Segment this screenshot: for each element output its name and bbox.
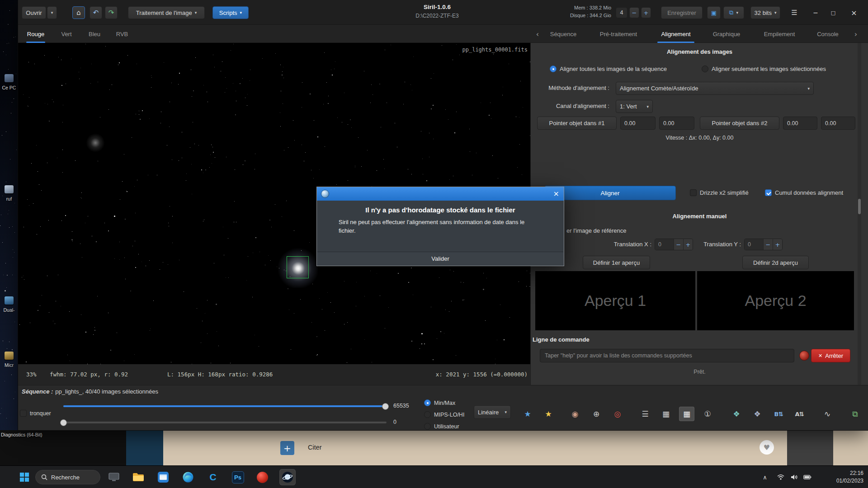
- close-button[interactable]: ×: [843, 5, 865, 20]
- start-button[interactable]: [16, 469, 33, 485]
- bit-depth-select[interactable]: 32 bits▾: [750, 6, 780, 19]
- truncate-checkbox[interactable]: tronquer: [20, 410, 51, 417]
- layers-gray-icon[interactable]: ❖: [750, 407, 765, 421]
- object1-y-field[interactable]: 0.00: [659, 117, 694, 130]
- minimize-button[interactable]: −: [807, 5, 824, 20]
- b-channel-shift-icon[interactable]: B⇅: [771, 407, 786, 421]
- image-processing-menu-button[interactable]: Traitement de l'image▾: [128, 6, 205, 19]
- radio-mips[interactable]: MIPS-LO/HI: [424, 411, 464, 418]
- tab-alignement[interactable]: Alignement: [656, 25, 695, 43]
- scale-mode-select[interactable]: Linéaire ▾: [474, 405, 511, 419]
- high-slider-handle[interactable]: [382, 403, 389, 410]
- save-button[interactable]: Enregistrer: [661, 6, 703, 19]
- snapshot-button[interactable]: ⧉▾: [723, 6, 744, 19]
- taskbar-app-c[interactable]: C: [205, 469, 221, 485]
- taskbar-app-store[interactable]: [155, 469, 171, 485]
- comet-selection-box[interactable]: [287, 256, 309, 278]
- wifi-icon[interactable]: [775, 466, 787, 488]
- tab-graphique[interactable]: Graphique: [710, 25, 743, 43]
- redo-button[interactable]: ↷: [105, 6, 118, 19]
- object1-x-field[interactable]: 0.00: [620, 117, 656, 130]
- tabs-scroll-right-icon[interactable]: ›: [852, 25, 860, 43]
- a-channel-shift-icon[interactable]: A⇅: [792, 407, 807, 421]
- desktop-icon-dual[interactable]: [5, 296, 14, 305]
- stop-button[interactable]: ✕ Arrêter: [811, 349, 850, 362]
- desktop-icon-ce-pc[interactable]: [5, 74, 14, 82]
- preview-1[interactable]: Aperçu 1: [535, 271, 695, 330]
- command-input[interactable]: [540, 349, 794, 362]
- desktop-icon-micr[interactable]: [5, 352, 14, 360]
- star-fwhm-icon[interactable]: ★: [541, 407, 556, 421]
- tab-sequence[interactable]: Séquence: [547, 25, 580, 43]
- radio-align-all[interactable]: Aligner toutes les images de la séquence: [550, 66, 667, 72]
- radio-minmax[interactable]: Min/Max: [424, 399, 455, 406]
- histogram-icon[interactable]: ∿: [820, 407, 835, 421]
- dialog-titlebar[interactable]: ×: [317, 187, 564, 201]
- desktop-icon-ruf[interactable]: [5, 185, 14, 193]
- plus-icon[interactable]: +: [773, 239, 782, 250]
- high-slider[interactable]: [63, 405, 387, 407]
- alignment-method-select[interactable]: Alignement Comète/Astéroïde ▾: [616, 82, 814, 95]
- maximize-button[interactable]: □: [825, 5, 841, 20]
- tab-console[interactable]: Console: [814, 25, 842, 43]
- tab-empilement[interactable]: Empilement: [760, 25, 798, 43]
- threads-value[interactable]: 4: [616, 7, 627, 18]
- home-button[interactable]: ⌂: [72, 6, 85, 19]
- scripts-menu-button[interactable]: Scripts▾: [212, 6, 249, 19]
- scrollbar-thumb[interactable]: [858, 199, 861, 214]
- alignment-channel-select[interactable]: 1: Vert ▾: [616, 100, 653, 113]
- battery-icon[interactable]: [801, 466, 814, 488]
- tabs-scroll-left-icon[interactable]: ‹: [533, 25, 542, 43]
- translation-y-spinner[interactable]: 0 − +: [744, 239, 783, 250]
- clear-command-icon[interactable]: [799, 351, 809, 361]
- stacked-frames-icon[interactable]: ⧉: [847, 407, 863, 421]
- point-object-1-button[interactable]: Pointer objet dans #1: [537, 117, 617, 130]
- save-as-image-button[interactable]: ▣: [707, 6, 721, 19]
- hamburger-menu-button[interactable]: ☰: [787, 6, 802, 19]
- set-preview2-button[interactable]: Définir 2d aperçu: [742, 256, 809, 269]
- set-preview1-button[interactable]: Définir 1er aperçu: [583, 256, 650, 269]
- star-detection-icon[interactable]: ★: [520, 407, 535, 421]
- taskbar-app-monitor[interactable]: [106, 469, 122, 485]
- list-view-icon[interactable]: ☰: [637, 407, 653, 421]
- grid-view-icon[interactable]: ▦: [658, 407, 674, 421]
- panel-scrollbar[interactable]: [858, 43, 861, 385]
- point-object-2-button[interactable]: Pointer objet dans #2: [700, 117, 779, 130]
- taskbar-search[interactable]: Recherche: [35, 470, 100, 484]
- layers-cyan-icon[interactable]: ❖: [729, 407, 744, 421]
- threads-decrease-button[interactable]: −: [629, 7, 639, 18]
- taskbar-app-photoshop[interactable]: Ps: [230, 469, 246, 485]
- minus-icon[interactable]: −: [763, 239, 773, 250]
- low-slider-handle[interactable]: [60, 419, 67, 426]
- favorite-button[interactable]: ♥: [760, 440, 774, 455]
- single-frame-icon[interactable]: ①: [700, 407, 715, 421]
- tab-pretraitement[interactable]: Pré-traitement: [595, 25, 642, 43]
- cumul-checkbox[interactable]: Cumul données alignment: [765, 189, 843, 196]
- dialog-close-icon[interactable]: ×: [553, 190, 559, 197]
- spiral-galaxy-icon[interactable]: ◉: [567, 407, 583, 421]
- taskbar-app-red[interactable]: [254, 469, 270, 485]
- tab-rouge[interactable]: Rouge: [25, 25, 46, 43]
- open-button[interactable]: Ouvrir: [22, 6, 46, 19]
- tab-rvb[interactable]: RVB: [114, 25, 130, 43]
- tab-vert[interactable]: Vert: [59, 25, 74, 43]
- thumbnails-view-icon[interactable]: ▦: [679, 407, 694, 421]
- object2-y-field[interactable]: 0.00: [821, 117, 855, 130]
- valider-button[interactable]: Valider: [317, 252, 563, 265]
- astrometry-globe-icon[interactable]: ⊕: [589, 407, 604, 421]
- low-slider[interactable]: [63, 422, 387, 423]
- cite-label[interactable]: Citer: [308, 444, 322, 451]
- drizzle-checkbox[interactable]: Drizzle x2 simplifié: [690, 189, 749, 196]
- preview-2[interactable]: Aperçu 2: [697, 271, 854, 330]
- tab-bleu[interactable]: Bleu: [86, 25, 103, 43]
- volume-icon[interactable]: [788, 466, 800, 488]
- taskbar-app-explorer[interactable]: [130, 469, 146, 485]
- radio-user[interactable]: Utilisateur: [424, 423, 459, 430]
- open-dropdown-button[interactable]: ▾: [47, 6, 57, 19]
- object2-x-field[interactable]: 0.00: [783, 117, 817, 130]
- taskbar-app-edge[interactable]: [180, 469, 196, 485]
- radio-align-selected[interactable]: Aligner seulement les images sélectionné…: [702, 66, 826, 72]
- clock[interactable]: 22:16 01/02/2023: [823, 469, 863, 485]
- threads-increase-button[interactable]: +: [641, 7, 651, 18]
- undo-button[interactable]: ↶: [90, 6, 102, 19]
